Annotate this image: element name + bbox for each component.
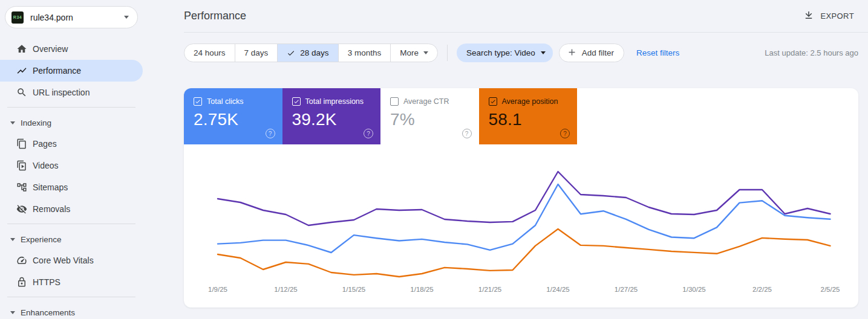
metric-card-average-ctr[interactable]: Average CTR7%? [380,88,479,144]
date-range-7-days[interactable]: 7 days [235,44,278,62]
x-axis-tick-label: 2/2/25 [752,286,772,293]
sidebar-item-label: Pages [33,139,57,149]
sidebar-divider [7,297,135,297]
chevron-down-icon [10,311,15,314]
section-label: Experience [21,235,62,244]
x-axis-tick-label: 2/5/25 [821,286,840,293]
x-axis-tick-label: 1/15/25 [342,286,365,293]
average-position-line[interactable] [218,229,830,277]
date-range-label: 7 days [244,48,269,57]
x-axis-tick-label: 1/9/25 [208,286,227,293]
search-icon [16,86,28,98]
export-button[interactable]: EXPORT [803,0,854,32]
x-axis-tick-label: 1/21/25 [478,286,501,293]
property-name: rule34.porn [30,13,124,22]
sidebar-nav: OverviewPerformanceURL inspectionIndexin… [0,38,143,319]
total-impressions-line[interactable] [218,172,830,225]
sidebar-item-label: Performance [33,66,81,76]
date-range-label: 28 days [300,48,328,57]
search-type-label: Search type: Video [466,48,535,57]
metric-card-value: 2.75K [194,110,282,129]
add-filter-button[interactable]: Add filter [559,44,624,62]
section-label: Enhancements [21,308,75,317]
sidebar-divider [7,107,135,108]
sidebar-item-pages[interactable]: Pages [0,133,143,155]
sidebar-section-experience[interactable]: Experience [0,229,143,250]
sidebar-divider [7,224,135,224]
metric-card-total-impressions[interactable]: Total impressions39.2K? [282,88,381,144]
sidebar-item-label: HTTPS [33,277,60,287]
section-label: Indexing [21,118,51,127]
date-range-24-hours[interactable]: 24 hours [184,44,235,62]
chevron-down-icon [541,51,546,54]
metric-cards-row: Total clicks2.75K?Total impressions39.2K… [184,88,858,144]
date-range-label: 24 hours [194,48,226,57]
sidebar-section-enhancements[interactable]: Enhancements [0,302,143,319]
date-range-28-days[interactable]: 28 days [277,44,338,62]
sidebar-item-removals[interactable]: Removals [0,198,143,220]
date-range-label: 3 months [348,48,382,57]
pages-icon [16,138,28,150]
search-type-filter-chip[interactable]: Search type: Video [457,44,553,62]
chevron-down-icon [10,121,15,124]
site-favicon: R34 [11,11,24,24]
download-icon [803,10,814,22]
add-filter-label: Add filter [582,48,614,57]
chevron-down-icon [423,51,428,54]
metric-card-value: 7% [390,110,479,129]
sidebar-section-indexing[interactable]: Indexing [0,112,143,133]
check-icon [287,49,295,57]
last-update-text: Last update: 2.5 hours ago [765,48,858,57]
sidebar-item-core-web-vitals[interactable]: Core Web Vitals [0,250,143,271]
total-clicks-line[interactable] [218,184,830,253]
chevron-down-icon [124,16,129,19]
page-title: Performance [184,10,246,22]
sidebar-item-https[interactable]: HTTPS [0,271,143,293]
checkbox-checked-icon[interactable] [292,97,301,106]
checkbox-checked-icon[interactable] [194,97,202,106]
sidebar-item-videos[interactable]: Videos [0,155,143,176]
x-axis-tick-label: 1/30/25 [682,286,705,293]
checkbox-unchecked-icon[interactable] [390,97,399,106]
sidebar-item-label: URL inspection [33,88,90,97]
checkbox-checked-icon[interactable] [489,97,497,106]
page-header: Performance EXPORT [184,0,868,33]
date-range-3-months[interactable]: 3 months [338,44,391,62]
plus-icon [567,47,577,59]
help-icon[interactable]: ? [266,129,275,138]
date-range-more[interactable]: More [390,44,437,62]
removals-icon [16,203,28,215]
filter-bar: 24 hours7 days28 days3 monthsMore Search… [184,44,868,62]
export-label: EXPORT [820,11,854,21]
performance-chart[interactable]: 1/9/251/12/251/15/251/18/251/21/251/24/2… [184,149,858,308]
help-icon[interactable]: ? [560,129,570,138]
home-icon [16,43,28,55]
filter-divider [447,45,448,61]
sidebar-item-label: Videos [33,161,59,170]
metric-card-value: 58.1 [489,110,578,129]
line-chart-svg: 1/9/251/12/251/15/251/18/251/21/251/24/2… [184,149,858,308]
metric-card-average-position[interactable]: Average position58.1? [479,88,578,144]
help-icon[interactable]: ? [462,129,472,138]
videos-icon [16,160,28,172]
date-range-label: More [400,48,419,57]
date-range-selector: 24 hours7 days28 days3 monthsMore [184,44,438,62]
sidebar-item-label: Removals [33,204,70,214]
property-selector[interactable]: R34 rule34.porn [5,6,138,28]
help-icon[interactable]: ? [364,129,373,138]
chevron-down-icon [10,238,15,241]
metric-card-total-clicks[interactable]: Total clicks2.75K? [184,88,282,144]
sidebar-item-label: Overview [33,44,68,54]
sidebar-item-overview[interactable]: Overview [0,38,143,60]
sitemaps-icon [16,181,28,193]
performance-panel: Total clicks2.75K?Total impressions39.2K… [184,88,858,308]
x-axis-tick-label: 1/18/25 [410,286,433,293]
sidebar-item-performance[interactable]: Performance [0,60,143,82]
sidebar-item-sitemaps[interactable]: Sitemaps [0,176,143,198]
main-content: Performance EXPORT 24 hours7 days28 days… [143,0,868,319]
metric-card-label: Total clicks [207,97,243,106]
reset-filters-link[interactable]: Reset filters [636,48,679,57]
sidebar-item-label: Core Web Vitals [33,256,94,265]
x-axis-tick-label: 1/12/25 [274,286,297,293]
sidebar-item-url-inspection[interactable]: URL inspection [0,82,143,103]
